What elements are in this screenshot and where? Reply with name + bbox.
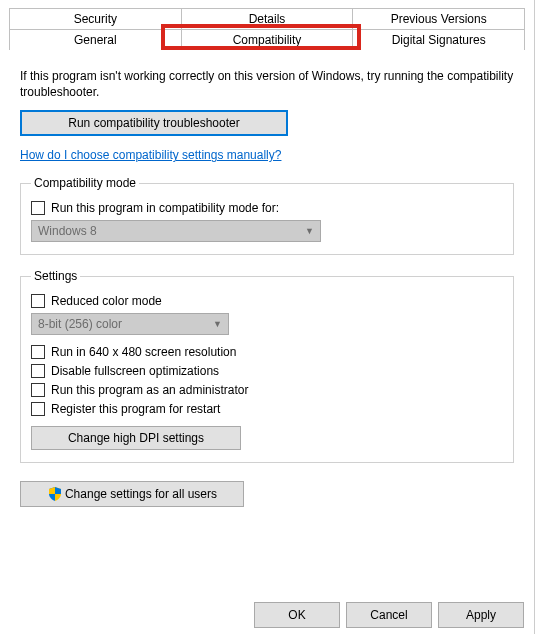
- settings-group: Settings Reduced color mode 8-bit (256) …: [20, 269, 514, 463]
- tab-row-1: Security Details Previous Versions: [9, 8, 525, 29]
- ok-button[interactable]: OK: [254, 602, 340, 628]
- compat-mode-selected: Windows 8: [38, 224, 97, 238]
- tab-security[interactable]: Security: [9, 8, 182, 29]
- change-all-users-button[interactable]: Change settings for all users: [20, 481, 244, 507]
- dialog-button-bar: OK Cancel Apply: [254, 602, 524, 628]
- change-dpi-button[interactable]: Change high DPI settings: [31, 426, 241, 450]
- settings-legend: Settings: [31, 269, 80, 283]
- register-restart-label: Register this program for restart: [51, 402, 220, 416]
- register-restart-checkbox[interactable]: [31, 402, 45, 416]
- tab-row-2: General Compatibility Digital Signatures: [9, 29, 525, 50]
- compatibility-mode-group: Compatibility mode Run this program in c…: [20, 176, 514, 255]
- tab-content: If this program isn't working correctly …: [0, 50, 534, 507]
- run-admin-label: Run this program as an administrator: [51, 383, 248, 397]
- run-troubleshooter-button[interactable]: Run compatibility troubleshooter: [20, 110, 288, 136]
- run-640-checkbox[interactable]: [31, 345, 45, 359]
- tab-previous-versions[interactable]: Previous Versions: [353, 8, 525, 29]
- color-mode-selected: 8-bit (256) color: [38, 317, 122, 331]
- apply-button[interactable]: Apply: [438, 602, 524, 628]
- tab-digital-signatures[interactable]: Digital Signatures: [353, 29, 525, 50]
- disable-fullscreen-label: Disable fullscreen optimizations: [51, 364, 219, 378]
- run-640-label: Run in 640 x 480 screen resolution: [51, 345, 236, 359]
- intro-text: If this program isn't working correctly …: [20, 68, 514, 100]
- cancel-button[interactable]: Cancel: [346, 602, 432, 628]
- run-admin-checkbox[interactable]: [31, 383, 45, 397]
- compat-mode-checkbox[interactable]: [31, 201, 45, 215]
- compatibility-mode-legend: Compatibility mode: [31, 176, 139, 190]
- chevron-down-icon: ▼: [305, 226, 314, 236]
- disable-fullscreen-checkbox[interactable]: [31, 364, 45, 378]
- tab-container: Security Details Previous Versions Gener…: [0, 0, 534, 50]
- tab-general[interactable]: General: [9, 29, 182, 50]
- color-mode-dropdown[interactable]: 8-bit (256) color ▼: [31, 313, 229, 335]
- compat-mode-label: Run this program in compatibility mode f…: [51, 201, 279, 215]
- reduced-color-checkbox[interactable]: [31, 294, 45, 308]
- reduced-color-label: Reduced color mode: [51, 294, 162, 308]
- shield-icon: [47, 486, 63, 502]
- change-all-users-label: Change settings for all users: [65, 487, 217, 501]
- compat-mode-dropdown[interactable]: Windows 8 ▼: [31, 220, 321, 242]
- tab-compatibility[interactable]: Compatibility: [182, 29, 354, 50]
- tab-details[interactable]: Details: [182, 8, 354, 29]
- chevron-down-icon: ▼: [213, 319, 222, 329]
- manual-settings-link[interactable]: How do I choose compatibility settings m…: [20, 148, 281, 162]
